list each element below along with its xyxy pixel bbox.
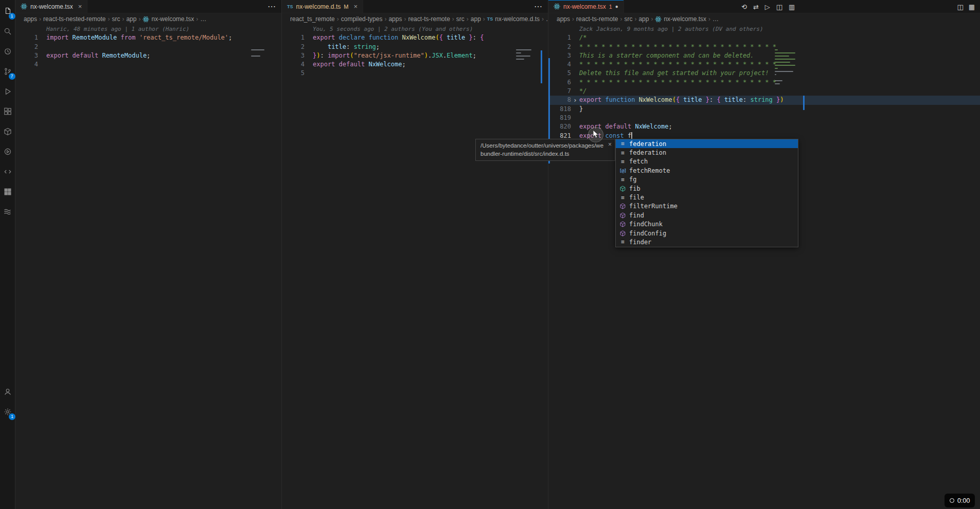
code-line[interactable]: 820export default NxWelcome;: [548, 122, 980, 131]
account-button[interactable]: [0, 383, 15, 403]
tab-nx-welcome-dts[interactable]: TS nx-welcome.d.ts M ×: [282, 0, 363, 13]
breadcrumb-item[interactable]: react-ts-remote: [576, 15, 618, 23]
explorer-button[interactable]: 1: [0, 2, 15, 22]
minimap[interactable]: [516, 49, 540, 63]
breadcrumb-item[interactable]: app: [126, 15, 136, 23]
run-debug-button[interactable]: [0, 82, 15, 102]
suggestion-item[interactable]: filterRuntime: [616, 202, 798, 211]
customize-layout-icon[interactable]: ▦: [969, 3, 975, 11]
tab-nx-welcome-tsx[interactable]: nx-welcome.tsx 1 ●: [548, 0, 624, 13]
breadcrumb-item[interactable]: apps: [557, 15, 570, 23]
close-icon[interactable]: ×: [608, 140, 612, 149]
code-text: * * * * * * * * * * * * * * * * * * * * …: [579, 43, 776, 51]
remote-code-button[interactable]: [0, 162, 15, 183]
extensions-button[interactable]: [0, 102, 15, 122]
code-line[interactable]: 2 title: string;: [282, 43, 548, 51]
line-number: 819: [548, 114, 571, 122]
breadcrumb-item[interactable]: react-ts-remote: [408, 15, 450, 23]
tab-nx-welcome-tsx-nested[interactable]: nx-welcome.tsx ×: [15, 0, 87, 13]
waves-button[interactable]: [0, 203, 15, 223]
breadcrumb-item[interactable]: apps: [388, 15, 402, 23]
search-button[interactable]: [0, 22, 15, 42]
suggestion-item[interactable]: fib: [616, 184, 798, 193]
suggestion-item[interactable]: [@]fetchRemote: [616, 166, 798, 175]
grid-button[interactable]: [0, 183, 15, 203]
breadcrumb-item[interactable]: …: [200, 15, 206, 23]
code-line[interactable]: 2: [15, 43, 281, 51]
suggestion-item[interactable]: ≡finder: [616, 238, 798, 246]
run-circle-button[interactable]: [0, 142, 15, 162]
code-line[interactable]: 4: [15, 60, 281, 69]
breadcrumb-item[interactable]: src: [624, 15, 632, 23]
line-number: 1: [15, 33, 38, 42]
breadcrumb-item[interactable]: …: [712, 15, 719, 23]
code-line[interactable]: 8›export function NxWelcome({ title }: {…: [548, 96, 980, 104]
history-button[interactable]: [0, 42, 15, 62]
editor-1[interactable]: Hanric, 48 minutes ago | 1 author (Hanri…: [15, 25, 281, 509]
code-line[interactable]: 2* * * * * * * * * * * * * * * * * * * *…: [548, 43, 980, 51]
breadcrumb-item[interactable]: nx-welcome.tsx: [142, 15, 194, 23]
breadcrumb-item[interactable]: src: [112, 15, 120, 23]
fold-gutter: [305, 43, 313, 51]
breadcrumb-item[interactable]: compiled-types: [341, 15, 383, 23]
code-line[interactable]: 3This is a starter component and can be …: [548, 51, 980, 60]
dirty-indicator-icon[interactable]: ●: [615, 4, 618, 9]
suggestion-item[interactable]: ≡fetch: [616, 157, 798, 166]
run-icon[interactable]: ▷: [765, 3, 770, 11]
code-line[interactable]: 1export declare function NxWelcome({ tit…: [282, 33, 548, 42]
code-line[interactable]: 819: [548, 114, 980, 122]
minimap[interactable]: [251, 49, 269, 60]
minimap[interactable]: [775, 49, 803, 87]
breadcrumb-item[interactable]: react-ts-nested-remote: [43, 15, 105, 23]
suggestion-item[interactable]: ≡fg: [616, 175, 798, 184]
editor-2[interactable]: You, 5 seconds ago | 2 authors (You and …: [282, 25, 548, 509]
code-line[interactable]: 1/*: [548, 33, 980, 42]
discard-icon[interactable]: ⟲: [741, 3, 747, 11]
code-text: }): import("react/jsx-runtime").JSX.Elem…: [313, 51, 476, 60]
code-line[interactable]: 3export default RemoteModule;: [15, 51, 281, 60]
code-line[interactable]: 3}): import("react/jsx-runtime").JSX.Ele…: [282, 51, 548, 60]
suggestion-item[interactable]: find: [616, 211, 798, 220]
code-line[interactable]: 818}: [548, 105, 980, 114]
suggestion-item[interactable]: ≡federation: [616, 139, 798, 148]
code-line[interactable]: 5: [282, 69, 548, 78]
close-icon[interactable]: ×: [353, 3, 358, 10]
toggle-panel-icon[interactable]: ◫: [957, 3, 963, 11]
breadcrumb-separator: ›: [105, 15, 112, 23]
settings-button[interactable]: 1: [0, 403, 15, 423]
code-text: export declare function NxWelcome({ titl…: [313, 33, 484, 42]
suggestion-item[interactable]: findChunk: [616, 220, 798, 229]
split-editor-icon[interactable]: ◫: [776, 3, 782, 11]
suggestion-item[interactable]: ≡federation: [616, 148, 798, 157]
layout-icon[interactable]: ▥: [789, 3, 795, 11]
suggestion-item[interactable]: ≡file: [616, 193, 798, 202]
package-icon: [4, 128, 12, 138]
package-button[interactable]: [0, 122, 15, 142]
breadcrumb-item[interactable]: TSnx-welcome.d.ts: [487, 15, 540, 23]
code-line[interactable]: 6* * * * * * * * * * * * * * * * * * * *…: [548, 78, 980, 87]
more-actions-icon[interactable]: ⋯: [529, 2, 548, 11]
breadcrumb-item[interactable]: app: [638, 15, 649, 23]
fold-gutter: [305, 33, 313, 42]
breadcrumb-item[interactable]: app: [471, 15, 481, 23]
breadcrumb-item[interactable]: react_ts_remote: [290, 15, 335, 23]
code-line[interactable]: 7*/: [548, 87, 980, 96]
breadcrumb: apps›react-ts-remote›src›app›nx-welcome.…: [548, 13, 980, 25]
breadcrumb-item[interactable]: nx-welcome.tsx: [655, 15, 706, 23]
fold-chevron-icon[interactable]: ›: [571, 96, 579, 104]
more-actions-icon[interactable]: ⋯: [262, 2, 281, 11]
code-line[interactable]: 4export default NxWelcome;: [282, 60, 548, 69]
compare-changes-icon[interactable]: ⇄: [753, 3, 759, 11]
breadcrumb-item[interactable]: src: [456, 15, 465, 23]
code-line[interactable]: 5Delete this file and get started with y…: [548, 69, 980, 78]
code-line[interactable]: 1import RemoteModule from 'react_ts_remo…: [15, 33, 281, 42]
breadcrumb-item[interactable]: apps: [24, 15, 37, 23]
close-icon[interactable]: ×: [78, 3, 82, 10]
suggestion-item[interactable]: findConfig: [616, 229, 798, 238]
source-control-button[interactable]: 7: [0, 62, 15, 82]
code-line[interactable]: 4* * * * * * * * * * * * * * * * * * * *…: [548, 60, 980, 69]
breadcrumb-label: src: [624, 15, 632, 23]
editor-3[interactable]: Zack Jackson, 9 months ago | 2 authors (…: [548, 25, 980, 509]
editor-group-2: TS nx-welcome.d.ts M × ⋯ react_ts_remote…: [281, 0, 548, 509]
blame-annotation: You, 5 seconds ago | 2 authors (You and …: [282, 25, 548, 33]
